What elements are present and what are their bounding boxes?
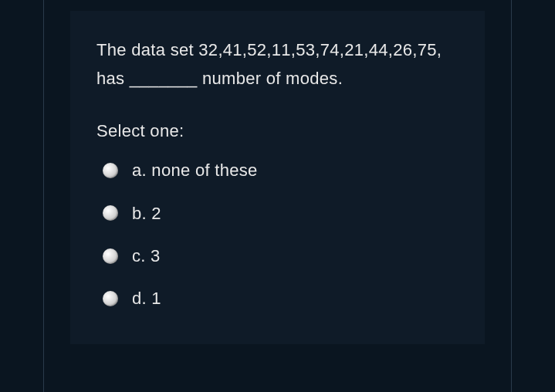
question-card: The data set 32,41,52,11,53,74,21,44,26,… <box>70 11 485 344</box>
select-one-label: Select one: <box>96 117 459 145</box>
option-d[interactable]: d. 1 <box>103 284 459 313</box>
option-label: b. 2 <box>132 199 161 228</box>
question-panel: The data set 32,41,52,11,53,74,21,44,26,… <box>43 0 512 392</box>
options-group: a. none of these b. 2 c. 3 d. 1 <box>96 156 459 313</box>
option-b[interactable]: b. 2 <box>103 199 459 228</box>
radio-icon <box>103 248 118 264</box>
option-a[interactable]: a. none of these <box>103 156 459 184</box>
option-label: d. 1 <box>132 284 161 313</box>
radio-icon <box>103 291 118 306</box>
radio-icon <box>103 205 118 221</box>
radio-icon <box>103 163 118 178</box>
option-label: c. 3 <box>132 242 161 270</box>
option-c[interactable]: c. 3 <box>103 242 459 270</box>
option-label: a. none of these <box>132 156 258 184</box>
question-text: The data set 32,41,52,11,53,74,21,44,26,… <box>96 35 459 93</box>
